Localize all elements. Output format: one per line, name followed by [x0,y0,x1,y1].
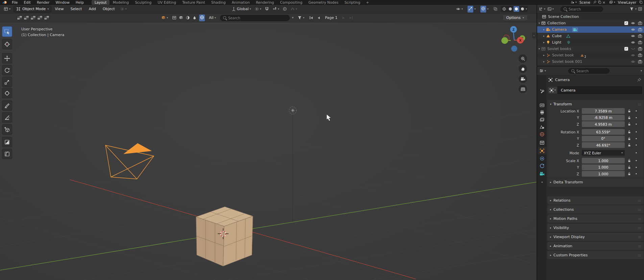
tab-constraints[interactable] [538,155,546,162]
outliner-row-light[interactable]: ▸ Light [537,39,644,46]
tab-physics[interactable] [538,162,546,170]
render-camera-toggle[interactable] [638,21,642,25]
viewlayer-icon[interactable] [609,0,613,4]
outliner-row-scene-collection[interactable]: Scene Collection [537,14,644,20]
chevron-down-icon[interactable]: ▾ [545,70,546,72]
hide-eye-toggle[interactable] [631,40,635,45]
outliner-row-soviet-book[interactable]: ▸ Soviet book 2 [537,52,644,58]
drag-handle-icon[interactable]: :::: [638,235,641,239]
new-collection-icon[interactable] [638,7,642,11]
expand-icon[interactable]: ▸ [542,34,546,37]
lock-icon[interactable] [625,166,634,169]
lock-icon[interactable] [625,122,634,126]
transform-orientation-dropdown[interactable]: Global ▾ [230,6,253,12]
motion-paths-panel-header[interactable]: ▸ Motion Paths :::: [547,214,644,223]
proportional-falloff-dropdown[interactable]: ▾ [289,6,299,12]
new-viewlayer-icon[interactable] [639,0,643,4]
asset-selector[interactable]: ▾ [160,15,170,21]
tab-tool[interactable] [538,87,546,95]
menu-view[interactable]: View [51,5,67,14]
rotation-z-field[interactable]: 46.692° [582,142,625,148]
filter-dropdown[interactable]: ▾ [296,15,306,21]
workspace-tab-uv-editing[interactable]: UV Editing [154,0,179,5]
tool-annotate[interactable] [2,100,12,111]
shading-rendered-button[interactable] [520,6,525,12]
tab-strip-overflow-icon[interactable]: ▾ [538,179,546,186]
expand-icon[interactable]: ▸ [542,28,546,31]
workspace-tab-animation[interactable]: Animation [229,0,253,5]
object-type-dropdown[interactable]: ▾ [548,86,557,94]
animate-dot[interactable]: • [634,159,639,162]
collections-panel-header[interactable]: ▸ Collections :::: [547,205,644,213]
overlays-toggle[interactable]: ▾ [479,5,490,13]
tool-transform[interactable] [2,88,12,98]
light-data-icon[interactable] [567,41,571,45]
workspace-tab-compositing[interactable]: Compositing [277,0,306,5]
chevron-down-icon[interactable]: ▾ [575,1,577,4]
asset-search[interactable] [220,15,290,21]
drag-handle-icon[interactable]: :::: [638,244,641,248]
scene-name-field[interactable]: Scene [578,0,592,4]
first-page-button[interactable] [308,15,314,20]
breadcrumb-object-name[interactable]: Camera [555,78,570,82]
render-camera-toggle[interactable] [638,34,642,38]
select-mode-icon[interactable] [30,16,36,20]
filter-cube-icon[interactable] [179,16,183,20]
chevron-down-icon[interactable]: ▾ [526,8,527,10]
scene-icon[interactable] [571,0,574,4]
animation-panel-header[interactable]: ▸ Animation :::: [547,242,644,250]
filter-world-icon[interactable] [200,15,204,20]
prev-page-button[interactable] [316,16,321,20]
tool-addon-2[interactable] [2,149,12,159]
hide-eye-toggle[interactable] [631,47,635,51]
proportional-editing-toggle[interactable] [281,6,289,12]
shading-solid-button[interactable] [507,6,513,12]
outliner-search-input[interactable] [569,7,600,11]
render-camera-toggle[interactable] [638,59,642,64]
next-page-button[interactable] [341,16,346,20]
outliner-row-camera[interactable]: ▸ Camera [537,26,644,33]
hide-eye-toggle[interactable] [631,53,635,57]
tool-move[interactable] [2,53,12,63]
snap-target-dropdown[interactable]: ▾ [271,6,281,12]
tool-rotate[interactable] [2,65,12,75]
last-page-button[interactable] [348,15,354,20]
outliner-row-soviet-books[interactable]: ▾ Soviet books ✓ [537,46,644,52]
animate-dot[interactable]: • [634,116,639,120]
outliner-row-soviet-book-001[interactable]: ▸ Soviet book 001 [537,58,644,65]
tool-add-cube[interactable] [2,124,12,135]
rotation-x-field[interactable]: 63.559° [582,129,625,135]
filter-half-sphere-icon[interactable] [186,16,190,20]
tool-cursor[interactable] [2,39,12,49]
animate-dot[interactable]: • [634,137,639,141]
tool-fallback-dropdown[interactable]: ▾ [118,6,128,12]
lock-icon[interactable] [625,130,634,134]
tab-view-layer[interactable] [538,116,546,123]
tab-scene[interactable] [538,123,546,131]
viewlayer-name-field[interactable]: ViewLayer [616,0,638,4]
select-mode-icon[interactable] [17,16,22,20]
lock-icon[interactable] [625,116,634,120]
lock-icon[interactable] [625,143,634,147]
tool-scale[interactable] [2,77,12,87]
custom-properties-panel-header[interactable]: ▸ Custom Properties :::: [547,251,644,259]
drag-handle-icon[interactable]: :::: [638,199,641,202]
lock-icon[interactable] [625,159,634,162]
camera-object[interactable] [105,143,154,179]
properties-editor-icon[interactable] [539,69,544,73]
lock-icon[interactable] [625,109,634,113]
blender-logo-icon[interactable] [2,0,7,4]
workspace-tab-geometry-nodes[interactable]: Geometry Nodes [305,0,341,5]
tab-world[interactable] [538,130,546,138]
shading-wireframe-button[interactable] [501,6,507,12]
animate-dot[interactable]: • [634,151,639,155]
expand-icon[interactable]: ▸ [542,41,546,44]
sidebar-collapse-arrow[interactable]: ‹ [532,32,536,39]
drag-handle-icon[interactable]: :::: [638,102,641,106]
drag-handle-icon[interactable]: :::: [638,208,641,211]
tab-output[interactable] [538,108,546,116]
new-scene-icon[interactable] [598,0,601,4]
menu-object[interactable]: Object [99,5,118,14]
animate-dot[interactable]: • [634,109,639,113]
zoom-view-button[interactable] [519,54,527,63]
